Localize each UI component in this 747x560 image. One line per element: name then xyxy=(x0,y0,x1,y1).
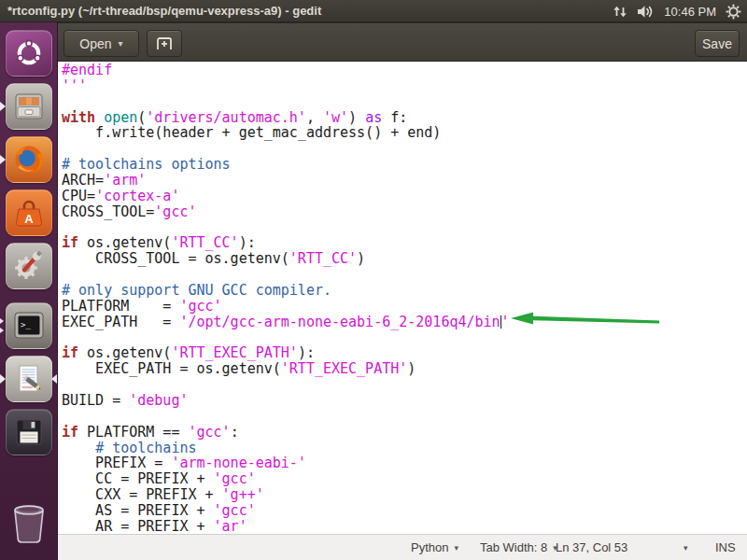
code-line: # only support GNU GCC compiler. xyxy=(62,283,510,299)
code-line: ARCH='arm' xyxy=(62,173,510,189)
running-marker-files xyxy=(0,102,6,111)
running-marker-firefox xyxy=(0,155,6,164)
insert-mode-indicator[interactable]: INS xyxy=(715,535,736,560)
firefox-icon xyxy=(12,143,46,176)
text-editor[interactable]: #endif''' with open('drivers/automac.h',… xyxy=(58,62,747,534)
code-line xyxy=(62,330,510,346)
code-line: #endif xyxy=(62,63,510,78)
new-tab-icon xyxy=(156,36,173,51)
code-line: BUILD = 'debug' xyxy=(62,393,510,409)
code-line: AS = PREFIX + 'gcc' xyxy=(62,503,510,519)
trash-icon xyxy=(10,502,48,545)
launcher-item-floppy-disk[interactable] xyxy=(6,409,52,455)
gedit-toolbar: Open ▾ Save xyxy=(58,22,747,62)
gedit-window: Open ▾ Save #endif''' with open('drivers… xyxy=(58,22,747,560)
code-line xyxy=(62,267,510,283)
ubuntu-logo-icon xyxy=(12,36,46,70)
code-line: # toolchains xyxy=(62,441,510,456)
code-line: CPU='cortex-a' xyxy=(62,189,510,204)
code-line: PLATFORM = 'gcc' xyxy=(62,299,510,315)
launcher-item-gedit[interactable] xyxy=(6,356,52,402)
open-button[interactable]: Open ▾ xyxy=(63,30,139,57)
code-line: AR = PREFIX + 'ar' xyxy=(62,519,510,534)
text-editor-icon xyxy=(12,362,46,396)
launcher-item-dash-home[interactable] xyxy=(6,30,52,77)
code-line xyxy=(62,377,510,393)
gear-wrench-icon xyxy=(12,249,46,283)
annotation-arrow xyxy=(508,310,667,329)
code-line: CROSS_TOOL='gcc' xyxy=(62,204,510,220)
svg-text:>_: >_ xyxy=(21,320,31,329)
launcher-item-system-settings[interactable] xyxy=(6,243,52,289)
code-line xyxy=(62,220,510,236)
running-marker-terminal-2 xyxy=(0,328,4,333)
code-line: if os.getenv('RTT_EXEC_PATH'): xyxy=(62,345,510,361)
code-line: EXEC_PATH = '/opt/gcc-arm-none-eabi-6_2-… xyxy=(62,315,510,330)
unity-launcher: A xyxy=(0,22,58,560)
tab-width-selector[interactable]: Tab Width: 8 ▾ xyxy=(480,535,557,560)
clock[interactable]: 10:46 PM xyxy=(664,5,716,19)
code-line: if os.getenv('RTT_CC'): xyxy=(62,235,510,251)
launcher-item-firefox[interactable] xyxy=(6,136,52,183)
chevron-down-icon: ▾ xyxy=(119,38,123,49)
session-gear-icon[interactable] xyxy=(726,4,741,20)
new-document-button[interactable] xyxy=(147,30,182,57)
open-button-label: Open xyxy=(79,36,111,51)
launcher-item-files[interactable] xyxy=(6,83,52,130)
code-line: CXX = PREFIX + 'g++' xyxy=(62,487,510,503)
language-label: Python xyxy=(411,540,448,554)
shopping-bag-icon: A xyxy=(12,196,46,230)
svg-text:A: A xyxy=(24,212,34,226)
running-marker-gedit xyxy=(0,374,6,384)
code-line xyxy=(62,141,510,157)
language-selector[interactable]: Python ▾ xyxy=(411,535,458,560)
goto-line-dropdown[interactable]: ▾ xyxy=(684,535,688,560)
window-title: *rtconfig.py (~/rt-thread/bsp/qemu-vexpr… xyxy=(7,0,321,22)
code-area: #endif''' with open('drivers/automac.h',… xyxy=(58,62,510,534)
status-bar: Python ▾ Tab Width: 8 ▾ Ln 37, Col 53 ▾ … xyxy=(58,534,747,560)
chevron-down-icon: ▾ xyxy=(684,543,688,553)
code-line: f.write(header + get_mac_address() + end… xyxy=(62,125,510,141)
code-line: ''' xyxy=(62,78,510,94)
launcher-item-terminal[interactable]: >_ xyxy=(6,302,52,349)
network-transfer-icon[interactable] xyxy=(613,5,627,19)
ubuntu-desktop: *rtconfig.py (~/rt-thread/bsp/qemu-vexpr… xyxy=(0,0,747,560)
code-line: if PLATFORM == 'gcc': xyxy=(62,425,510,441)
floppy-disk-icon xyxy=(12,415,46,449)
code-line: CROSS_TOOL = os.getenv('RTT_CC') xyxy=(62,251,510,267)
running-marker-terminal-1 xyxy=(0,318,4,324)
tab-width-label: Tab Width: 8 xyxy=(480,540,547,554)
code-line: EXEC_PATH = os.getenv('RTT_EXEC_PATH') xyxy=(62,361,510,377)
code-line: CC = PREFIX + 'gcc' xyxy=(62,471,510,487)
cursor-position: Ln 37, Col 53 xyxy=(556,535,627,560)
volume-icon[interactable] xyxy=(637,5,655,19)
focused-marker-gedit xyxy=(51,374,57,384)
code-line: # toolchains options xyxy=(62,157,510,173)
code-line: with open('drivers/automac.h', 'w') as f… xyxy=(62,110,510,126)
save-button[interactable]: Save xyxy=(695,30,740,57)
launcher-item-trash[interactable] xyxy=(6,500,52,547)
code-line: PREFIX = 'arm-none-eabi-' xyxy=(62,455,510,471)
code-line xyxy=(62,94,510,110)
code-line xyxy=(62,409,510,425)
launcher-item-software-center[interactable]: A xyxy=(6,189,52,236)
chevron-down-icon: ▾ xyxy=(454,543,458,553)
panel-indicators: 10:46 PM xyxy=(613,0,741,22)
terminal-icon: >_ xyxy=(12,309,46,343)
file-cabinet-icon xyxy=(12,90,46,123)
top-panel: *rtconfig.py (~/rt-thread/bsp/qemu-vexpr… xyxy=(0,0,747,22)
